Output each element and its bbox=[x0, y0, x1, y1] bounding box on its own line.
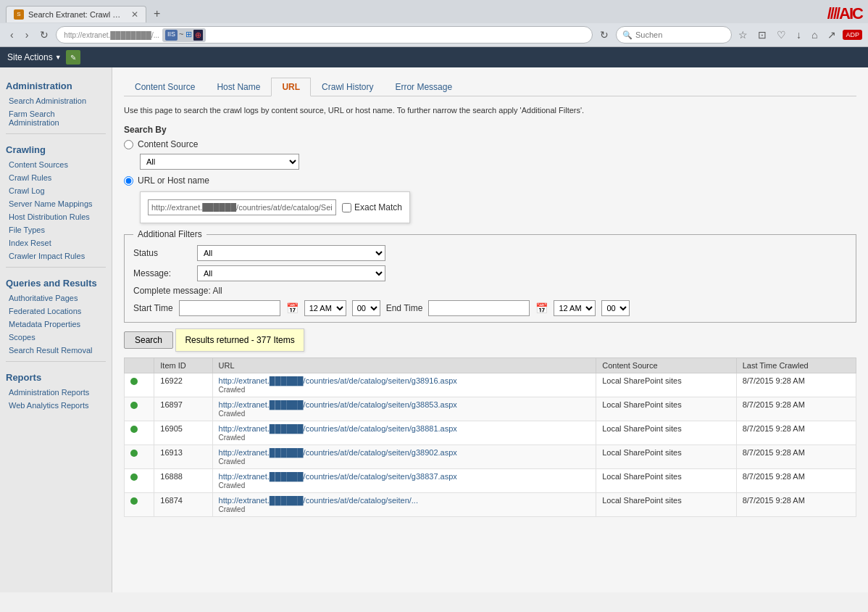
tab-title: Search Extranet: Crawl Log ... bbox=[28, 10, 122, 19]
sidebar-divider-2 bbox=[6, 267, 106, 268]
tab-crawl-history[interactable]: Crawl History bbox=[311, 78, 384, 96]
sidebar-item-host-distribution[interactable]: Host Distribution Rules bbox=[0, 210, 112, 223]
end-time-input[interactable] bbox=[428, 300, 530, 316]
sidebar-item-index-reset[interactable]: Index Reset bbox=[0, 236, 112, 249]
url-popup: Exact Match bbox=[140, 191, 410, 223]
sidebar-item-content-sources[interactable]: Content Sources bbox=[0, 158, 112, 171]
share-btn[interactable]: ↗ bbox=[824, 27, 840, 43]
message-dropdown[interactable]: All bbox=[197, 265, 385, 281]
url-cell: http://extranet.██████/countries/at/de/c… bbox=[212, 421, 596, 445]
url-input[interactable] bbox=[148, 199, 336, 215]
sidebar-item-admin-reports[interactable]: Administration Reports bbox=[0, 386, 112, 399]
home-btn[interactable]: ⌂ bbox=[808, 27, 821, 43]
result-url-link[interactable]: http://extranet.██████/countries/at/de/c… bbox=[219, 424, 457, 433]
status-dot bbox=[130, 426, 138, 433]
sidebar-item-crawl-log[interactable]: Crawl Log bbox=[0, 184, 112, 197]
table-row: 16888 http://extranet.██████/countries/a… bbox=[125, 469, 856, 493]
result-url-link[interactable]: http://extranet.██████/countries/at/de/c… bbox=[219, 472, 457, 481]
iis-icon: IIS bbox=[165, 30, 178, 41]
last-crawled-cell: 8/7/2015 9:28 AM bbox=[736, 445, 856, 469]
end-time-minutes[interactable]: 00 15 bbox=[601, 300, 630, 316]
content-source-cell: Local SharePoint sites bbox=[596, 445, 736, 469]
browser-search-bar[interactable]: 🔍 bbox=[616, 26, 732, 44]
start-time-input[interactable] bbox=[179, 300, 280, 316]
sidebar-item-web-analytics[interactable]: Web Analytics Reports bbox=[0, 399, 112, 412]
tab-favicon: S bbox=[14, 9, 24, 20]
sidebar-item-crawler-impact[interactable]: Crawler Impact Rules bbox=[0, 249, 112, 262]
download-btn[interactable]: ↓ bbox=[793, 27, 805, 43]
table-row: 16897 http://extranet.██████/countries/a… bbox=[125, 397, 856, 421]
content-source-dropdown[interactable]: All bbox=[140, 154, 299, 170]
result-url-link[interactable]: http://extranet.██████/countries/at/de/c… bbox=[219, 448, 457, 457]
sidebar-item-scopes[interactable]: Scopes bbox=[0, 331, 112, 344]
page-reload-btn[interactable]: ↻ bbox=[596, 27, 613, 43]
tab-content-source[interactable]: Content Source bbox=[124, 78, 206, 96]
nav-icon-1: ~ bbox=[179, 30, 183, 41]
start-time-minutes[interactable]: 00 15 bbox=[352, 300, 380, 316]
browser-tab[interactable]: S Search Extranet: Crawl Log ... ✕ bbox=[6, 6, 146, 22]
start-time-label: Start Time bbox=[133, 303, 173, 313]
status-dot bbox=[130, 402, 138, 409]
status-dot bbox=[130, 474, 138, 481]
radio-content-source[interactable] bbox=[124, 140, 133, 149]
end-time-calendar-btn[interactable]: 📅 bbox=[535, 302, 548, 314]
sp-toolbar-left: Site Actions ▼ ✎ bbox=[7, 50, 80, 65]
tab-close-btn[interactable]: ✕ bbox=[131, 9, 138, 20]
start-time-calendar-btn[interactable]: 📅 bbox=[286, 302, 299, 314]
sidebar-item-file-types[interactable]: File Types bbox=[0, 223, 112, 236]
search-button[interactable]: Search bbox=[124, 331, 173, 349]
content-source-cell: Local SharePoint sites bbox=[596, 421, 736, 445]
nav-icon-2: ⊞ bbox=[185, 30, 192, 41]
col-last-crawled: Last Time Crawled bbox=[736, 358, 856, 373]
sidebar-item-server-name[interactable]: Server Name Mappings bbox=[0, 197, 112, 210]
bookmark-btn[interactable]: ♡ bbox=[773, 27, 790, 43]
end-time-am-pm[interactable]: 12 AM 1 AM bbox=[554, 300, 596, 316]
status-cell bbox=[125, 445, 154, 469]
search-by-label: Search By bbox=[124, 125, 856, 135]
sidebar-item-search-admin[interactable]: Search Administration bbox=[0, 94, 112, 107]
sidebar-item-search-removal[interactable]: Search Result Removal bbox=[0, 344, 112, 357]
last-crawled-cell: 8/7/2015 9:28 AM bbox=[736, 421, 856, 445]
result-url-link[interactable]: http://extranet.██████/countries/at/de/c… bbox=[219, 376, 457, 385]
item-id-cell: 16905 bbox=[154, 421, 212, 445]
exact-match-checkbox[interactable] bbox=[342, 203, 351, 212]
site-actions-btn[interactable]: Site Actions ▼ bbox=[7, 52, 62, 62]
sidebar-item-metadata[interactable]: Metadata Properties bbox=[0, 318, 112, 331]
radio-url-hostname[interactable] bbox=[124, 176, 133, 186]
result-url-link[interactable]: http://extranet.██████/countries/at/de/c… bbox=[219, 400, 457, 409]
radio-content-source-label: Content Source bbox=[138, 139, 198, 149]
forward-btn[interactable]: › bbox=[21, 27, 33, 43]
content-source-cell: Local SharePoint sites bbox=[596, 493, 736, 517]
result-url-link[interactable]: http://extranet.██████/countries/at/de/c… bbox=[219, 496, 418, 505]
sidebar: Administration Search Administration Far… bbox=[0, 67, 112, 592]
status-cell bbox=[125, 421, 154, 445]
tab-host-name[interactable]: Host Name bbox=[206, 78, 271, 96]
reload-btn[interactable]: ↻ bbox=[36, 27, 53, 43]
sidebar-item-farm-search[interactable]: Farm Search Administration bbox=[0, 107, 112, 129]
tab-url[interactable]: URL bbox=[271, 78, 311, 96]
new-tab-btn[interactable]: + bbox=[149, 6, 164, 22]
start-time-am-pm[interactable]: 12 AM 1 AM bbox=[304, 300, 346, 316]
tab-error-message[interactable]: Error Message bbox=[384, 78, 463, 96]
last-crawled-cell: 8/7/2015 9:28 AM bbox=[736, 493, 856, 517]
back-btn[interactable]: ‹ bbox=[6, 27, 18, 43]
sidebar-item-auth-pages[interactable]: Authoritative Pages bbox=[0, 291, 112, 305]
sidebar-item-federated[interactable]: Federated Locations bbox=[0, 305, 112, 318]
sp-edit-icon[interactable]: ✎ bbox=[66, 50, 80, 65]
adp-btn[interactable]: ADP bbox=[843, 30, 862, 40]
reader-btn[interactable]: ⊡ bbox=[754, 27, 770, 43]
star-btn[interactable]: ☆ bbox=[735, 27, 751, 43]
complete-msg-label: Complete message: bbox=[133, 286, 211, 296]
sidebar-divider-1 bbox=[6, 133, 106, 134]
content-source-cell: Local SharePoint sites bbox=[596, 469, 736, 493]
search-icon: 🔍 bbox=[622, 30, 633, 40]
site-actions-label: Site Actions bbox=[7, 52, 53, 62]
time-row: Start Time 📅 12 AM 1 AM 00 15 End Time 📅… bbox=[133, 300, 847, 316]
content-area: Content Source Host Name URL Crawl Histo… bbox=[112, 67, 868, 592]
sidebar-item-crawl-rules[interactable]: Crawl Rules bbox=[0, 171, 112, 184]
status-dropdown[interactable]: All bbox=[197, 245, 385, 261]
status-label: Status bbox=[133, 248, 191, 258]
radio-url-row: URL or Host name bbox=[124, 175, 856, 186]
browser-search-input[interactable] bbox=[635, 30, 725, 39]
address-bar[interactable]: http://extranet.████████/... IIS ~ ⊞ ⊕ bbox=[56, 26, 593, 44]
